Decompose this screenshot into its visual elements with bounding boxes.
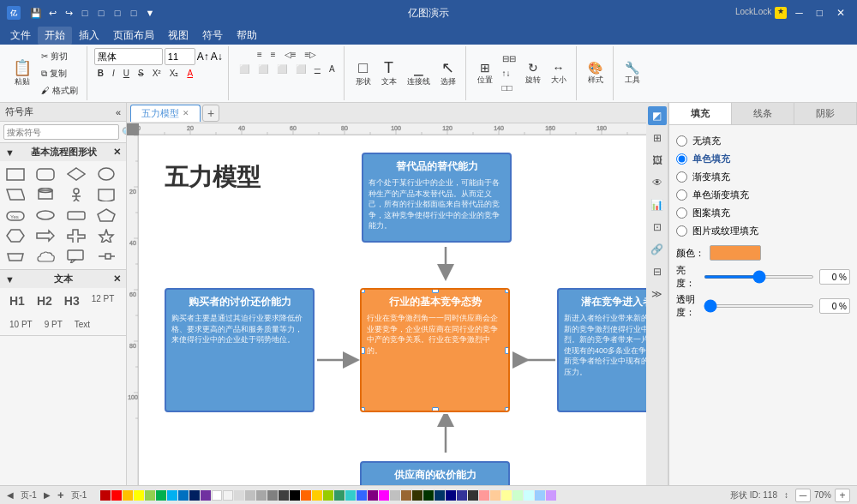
palette-color-21[interactable] [323,490,333,501]
handle-br[interactable] [505,407,510,412]
palette-color-28[interactable] [401,490,411,501]
handle-ml[interactable] [360,347,365,354]
numbered-list-btn[interactable]: ≡ [267,48,279,61]
category-header-text[interactable]: ▼ 文本 ✕ [0,270,126,288]
palette-color-14[interactable] [245,490,255,501]
superscript-btn[interactable]: X² [149,67,165,80]
tab-line[interactable]: 线条 [732,103,794,124]
shape-rounded2[interactable] [64,206,88,225]
qa-redo[interactable]: ↪ [62,6,75,20]
palette-color-35[interactable] [479,490,489,501]
palette-color-4[interactable] [134,490,144,501]
palette-color-40[interactable] [535,490,545,501]
panel-grid-icon-btn[interactable]: ⊞ [648,129,667,147]
palette-color-25[interactable] [368,490,378,501]
close-btn[interactable]: ✕ [831,7,850,19]
text-category-close[interactable]: ✕ [113,273,121,285]
text-underline-bar-btn[interactable]: ─ [311,63,324,75]
menu-insert[interactable]: 插入 [72,27,106,45]
palette-color-5[interactable] [145,490,155,501]
palette-color-3[interactable] [123,490,133,501]
shape-star[interactable] [94,226,118,245]
palette-color-9[interactable] [189,490,200,501]
shape-circle[interactable] [94,165,118,183]
palette-color-22[interactable] [334,490,345,501]
nav-left-btn[interactable]: ◀ [7,490,14,500]
shape-oval[interactable] [33,206,57,225]
palette-color-2[interactable] [111,490,122,501]
shape-document[interactable] [94,185,118,204]
shape-rounded-rect[interactable] [33,165,57,183]
color-picker-box[interactable] [710,245,761,261]
h2-text[interactable]: H2 [33,291,57,310]
palette-color-33[interactable] [457,490,467,501]
palette-color-16[interactable] [267,490,278,501]
category-close[interactable]: ✕ [113,147,121,158]
brightness-slider[interactable] [704,275,814,279]
menu-start[interactable]: 开始 [38,27,72,45]
shape-cylinder[interactable] [33,185,57,204]
fill-option-solid[interactable]: 单色填充 [676,150,850,168]
position-btn[interactable]: ⊞ 位置 [473,55,497,93]
shape-arrow-right2[interactable] [33,226,57,245]
shape-right[interactable]: 潜在竞争进入者的能力 新进入者给行业带来新的产能和资产，新的竞争激烈使得行业中竞… [557,288,646,412]
shape-btn[interactable]: □ 形状 [351,55,375,93]
font-color-btn[interactable]: A [183,67,196,80]
tab-fill[interactable]: 填充 [669,103,732,124]
handle-mr[interactable] [505,347,510,354]
shape-top[interactable]: 替代品的替代能力 有个处于某行业中的企业，可能由于各种生产的产品本发替代品。从而… [362,153,512,243]
palette-color-38[interactable] [512,490,523,501]
shape-left[interactable]: 购买者的讨价还价能力 购买者主要是通过其迫行业要求降低价格、要求更高的产品和服务… [165,288,315,412]
transparency-slider[interactable] [704,304,814,308]
lock-pro-btn[interactable]: ★ [775,7,787,19]
fill-option-none[interactable]: 无填充 [676,132,850,150]
tab-shadow[interactable]: 阴影 [794,103,857,124]
align-right-btn[interactable]: ⬜ [273,63,291,75]
category-header-basic[interactable]: ▼ 基本流程图形状 ✕ [0,143,126,161]
format-painter-btn[interactable]: 🖌 格式刷 [38,83,81,99]
italic-btn[interactable]: I [109,67,118,80]
fill-radio-pattern[interactable] [676,207,687,219]
canvas[interactable]: 五力模型 替代品的替代能力 有个处于某行业中的企业，可能由于各种生产的产品本发替… [139,135,646,485]
align-left-btn[interactable]: ⬜ [236,63,253,75]
palette-color-17[interactable] [279,490,289,501]
style-btn[interactable]: 🎨 样式 [584,55,608,93]
group-btn[interactable]: □□ [499,81,519,94]
zoom-increase-btn[interactable]: + [835,489,850,502]
shape-person[interactable] [64,185,88,204]
up-down-icon[interactable]: ↕ [784,490,788,500]
palette-color-39[interactable] [524,490,534,501]
shape-callout[interactable] [64,247,88,266]
palette-color-24[interactable] [357,490,367,501]
align-center-btn[interactable]: ⬜ [255,63,272,75]
handle-tr[interactable] [505,288,510,293]
palette-color-37[interactable] [501,490,512,501]
handle-tm[interactable] [432,288,439,293]
palette-color-36[interactable] [490,490,500,501]
palette-color-32[interactable] [446,490,456,501]
palette-color-23[interactable] [345,490,356,501]
maximize-btn[interactable]: □ [812,7,828,19]
handle-tl[interactable] [360,288,365,293]
align-justify-btn[interactable]: ⬜ [292,63,309,75]
palette-color-8[interactable] [178,490,189,501]
canvas-tab-main[interactable]: 五力模型 ✕ [130,105,201,122]
palette-color-15[interactable] [256,490,267,501]
fill-option-image[interactable]: 图片或纹理填充 [676,222,850,240]
palette-color-6[interactable] [156,490,166,501]
strikethrough-btn[interactable]: S [135,67,147,80]
indent-increase-btn[interactable]: ≡▷ [302,48,321,61]
12pt-text[interactable]: 12 PT [87,291,119,310]
panel-expand-icon-btn[interactable]: ≫ [648,285,667,303]
shape-trapezoid[interactable] [3,247,27,266]
minimize-btn[interactable]: ─ [790,7,808,19]
h3-text[interactable]: H3 [60,291,84,310]
add-page-status-btn[interactable]: + [57,489,64,501]
menu-view[interactable]: 视图 [161,27,195,45]
fill-option-gradient-alt[interactable]: 单色渐变填充 [676,186,850,204]
panel-chart-icon-btn[interactable]: 📊 [648,195,667,214]
fill-radio-none[interactable] [676,135,687,147]
palette-color-41[interactable] [546,490,556,501]
shape-pentagon[interactable] [94,206,118,225]
menu-symbol[interactable]: 符号 [195,27,230,45]
